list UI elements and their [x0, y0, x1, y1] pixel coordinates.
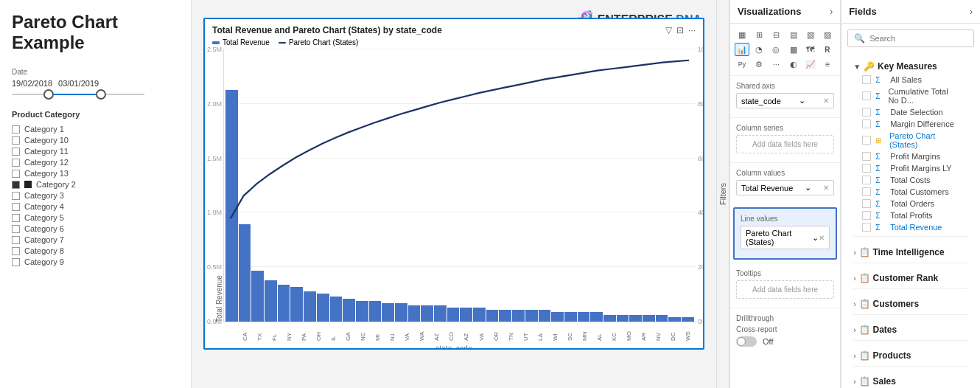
category-checkbox[interactable] — [12, 181, 20, 189]
chart-bar[interactable] — [617, 315, 629, 322]
category-item[interactable]: Category 2 — [12, 180, 179, 189]
category-checkbox[interactable] — [12, 203, 20, 211]
more-icon[interactable]: ··· — [688, 25, 696, 35]
chart-bar[interactable] — [304, 291, 316, 322]
field-checkbox[interactable] — [862, 75, 871, 84]
category-checkbox[interactable] — [12, 148, 20, 156]
chart-bar[interactable] — [447, 308, 460, 322]
viz-pie[interactable]: ◔ — [752, 43, 766, 56]
chart-bar[interactable] — [278, 285, 290, 322]
viz-bar-2[interactable]: ▧ — [803, 28, 818, 41]
field-checkbox[interactable] — [862, 108, 871, 117]
chart-bar[interactable] — [421, 305, 433, 322]
chart-bar[interactable] — [668, 317, 681, 322]
filters-tab[interactable]: Filters — [716, 0, 729, 388]
viz-line-bar[interactable]: 📊 — [735, 43, 749, 56]
date-slider[interactable] — [12, 94, 179, 95]
category-item[interactable]: Category 12 — [12, 158, 179, 167]
chart-bar[interactable] — [564, 312, 577, 322]
chart-bar[interactable] — [225, 90, 238, 322]
chart-bar[interactable] — [512, 310, 525, 322]
category-checkbox[interactable] — [12, 159, 20, 167]
chart-bar[interactable] — [473, 308, 486, 322]
viz-stacked-bar[interactable]: ▤ — [786, 28, 801, 41]
viz-donut[interactable]: ◎ — [769, 43, 783, 56]
category-item[interactable]: Category 5 — [12, 213, 179, 222]
chart-bar[interactable] — [656, 315, 668, 322]
chart-bar[interactable] — [251, 271, 264, 322]
viz-gauge[interactable]: ◐ — [786, 58, 801, 71]
fields-search-box[interactable]: 🔍 — [847, 30, 974, 47]
fields-panel-arrow[interactable]: › — [970, 7, 973, 17]
category-checkbox[interactable] — [12, 225, 20, 233]
field-item[interactable]: ΣTotal Revenue — [853, 221, 968, 233]
field-item[interactable]: ΣAll Sales — [853, 74, 968, 86]
chart-bar[interactable] — [239, 224, 251, 322]
chart-bar[interactable] — [408, 305, 421, 322]
chart-bar[interactable] — [382, 303, 394, 322]
category-item[interactable]: Category 3 — [12, 191, 179, 200]
viz-bar-chart[interactable]: ▦ — [735, 28, 749, 41]
viz-r[interactable]: R — [820, 43, 835, 56]
chart-bar[interactable] — [330, 297, 343, 322]
field-checkbox[interactable] — [862, 187, 871, 196]
fields-group-header[interactable]: ›📋Dates — [853, 322, 968, 337]
field-checkbox[interactable] — [862, 176, 871, 184]
chart-bar[interactable] — [317, 294, 329, 322]
chart-bar[interactable] — [643, 315, 655, 322]
field-item[interactable]: ΣProfit Margins LY — [853, 162, 968, 174]
field-item[interactable]: ΣTotal Costs — [853, 174, 968, 186]
viz-treemap[interactable]: ▩ — [786, 43, 801, 56]
column-values-clear[interactable]: ✕ — [823, 184, 829, 192]
slider-right-thumb[interactable] — [96, 89, 106, 100]
field-checkbox[interactable] — [862, 199, 871, 208]
chart-bar[interactable] — [395, 303, 407, 322]
category-item[interactable]: Category 6 — [12, 224, 179, 233]
field-checkbox[interactable] — [862, 223, 871, 232]
chart-bar[interactable] — [265, 280, 277, 322]
toggle-track[interactable] — [736, 336, 757, 347]
field-checkbox[interactable] — [862, 164, 871, 173]
chart-bar[interactable] — [525, 310, 538, 322]
chart-bar[interactable] — [369, 301, 382, 322]
viz-slicer[interactable]: ≡ — [820, 58, 835, 71]
fields-group-header[interactable]: ▼🔑Key Measures — [853, 59, 968, 74]
viz-more-1[interactable]: ▨ — [820, 28, 835, 41]
chart-bar[interactable] — [486, 310, 499, 322]
chart-bar[interactable] — [629, 315, 642, 322]
category-checkbox[interactable] — [12, 192, 20, 200]
chart-bar[interactable] — [356, 301, 368, 322]
field-item[interactable]: ΣTotal Customers — [853, 186, 968, 198]
field-item[interactable]: ΣTotal Orders — [853, 198, 968, 209]
viz-table[interactable]: ⊞ — [752, 28, 766, 41]
chart-bar[interactable] — [290, 287, 303, 322]
category-checkbox[interactable] — [12, 125, 20, 134]
viz-kpi[interactable]: 📈 — [803, 58, 818, 71]
field-item[interactable]: ΣMargin Difference — [853, 118, 968, 130]
shared-axis-dropdown[interactable]: state_code ⌄ ✕ — [736, 93, 834, 108]
viz-matrix[interactable]: ⊟ — [769, 28, 783, 41]
category-item[interactable]: Category 7 — [12, 235, 179, 244]
viz-py[interactable]: Py — [735, 58, 749, 71]
column-values-dropdown[interactable]: Total Revenue ⌄ ✕ — [736, 180, 834, 195]
field-item[interactable]: ΣCumulative Total No D... — [853, 86, 968, 106]
expand-icon[interactable]: ⊡ — [676, 25, 684, 35]
category-item[interactable]: Category 1 — [12, 125, 179, 134]
viz-panel-arrow[interactable]: › — [830, 7, 833, 17]
field-checkbox[interactable] — [862, 211, 871, 220]
chart-bar[interactable] — [499, 310, 511, 322]
field-checkbox[interactable] — [862, 91, 871, 100]
category-checkbox[interactable] — [12, 214, 20, 222]
chart-bar[interactable] — [590, 312, 603, 322]
field-checkbox[interactable] — [862, 136, 871, 145]
chart-bar[interactable] — [343, 299, 355, 322]
viz-ai[interactable]: ⚙ — [752, 58, 766, 71]
category-checkbox[interactable] — [12, 247, 20, 255]
line-values-dropdown[interactable]: Pareto Chart (States) ⌄ ✕ — [741, 226, 830, 249]
column-series-drop[interactable]: Add data fields here — [736, 135, 834, 153]
fields-group-header[interactable]: ›📋Products — [853, 348, 968, 363]
field-item[interactable]: ΣDate Selection — [853, 106, 968, 118]
field-checkbox[interactable] — [862, 119, 871, 128]
category-item[interactable]: Category 9 — [12, 257, 179, 266]
fields-group-header[interactable]: ›📋Customers — [853, 297, 968, 311]
